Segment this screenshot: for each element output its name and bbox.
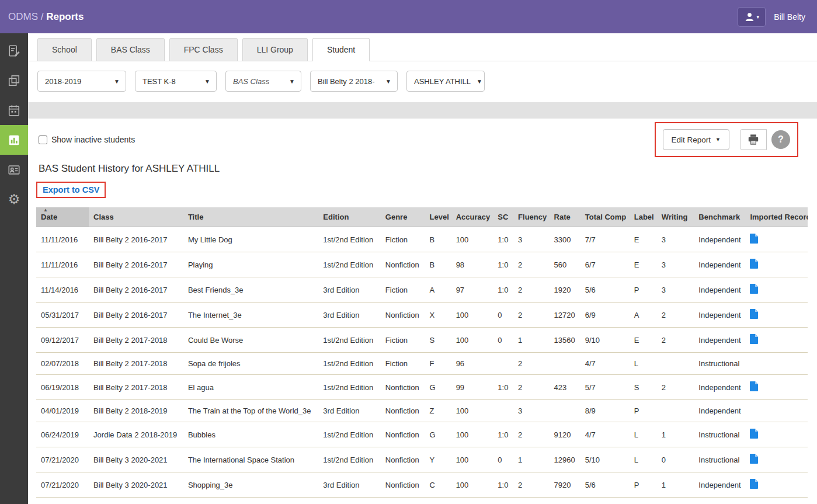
school-value: TEST K-8 [142, 77, 176, 86]
cell-fluency: 2 [513, 472, 549, 498]
cell-title: Best Friends [183, 498, 318, 504]
cell-genre: Fiction [381, 227, 425, 252]
imported-record-document-icon[interactable] [750, 309, 758, 319]
sidebar-item-students[interactable] [0, 155, 28, 185]
class-type-select[interactable]: BAS Class ▼ [225, 71, 301, 92]
cell-label: P [630, 472, 657, 498]
sidebar-item-reports[interactable] [0, 125, 28, 155]
sidebar-item-classes[interactable] [0, 65, 28, 95]
cell-label: E [630, 328, 657, 353]
sidebar-item-assessments[interactable] [0, 36, 28, 65]
tab-fpc-class[interactable]: FPC Class [169, 38, 238, 61]
cell-writing: 0 [657, 447, 694, 472]
tab-bas-class[interactable]: BAS Class [96, 38, 165, 61]
cell-level: X [425, 303, 451, 328]
imported-record-document-icon[interactable] [750, 479, 758, 489]
cell-date: 11/11/2016 [36, 227, 89, 252]
cell-level: G [425, 422, 451, 447]
cell-level: A [425, 277, 451, 303]
col-header-writing[interactable]: Writing [657, 207, 694, 227]
col-header-level[interactable]: Level [425, 207, 451, 227]
col-header-class[interactable]: Class [89, 207, 183, 227]
sidebar-item-calendar[interactable] [0, 95, 28, 125]
col-header-genre[interactable]: Genre [381, 207, 425, 227]
cell-fluency: 2 [513, 303, 549, 328]
cell-sc: 1:0 [493, 375, 513, 400]
user-icon [745, 12, 755, 22]
print-button[interactable] [740, 129, 767, 150]
class-select[interactable]: Bill Belty 2 2018- ▼ [310, 71, 398, 92]
cell-class: Bill Belty 2 2016-2017 [89, 277, 183, 303]
cell-class: Bill Belty 2 2017-2018 [89, 353, 183, 375]
edit-report-button[interactable]: Edit Report ▼ [663, 129, 729, 150]
table-row: 04/01/2019 Bill Belty 2 2018-2019 The Tr… [36, 400, 808, 422]
col-header-label[interactable]: Label [630, 207, 657, 227]
cell-benchmark: Independent [694, 472, 745, 498]
cell-writing: 2 [657, 303, 694, 328]
cell-writing: 3 [657, 498, 694, 504]
cell-accuracy: 100 [451, 227, 493, 252]
cell-title: The International Space Station [183, 447, 318, 472]
sidebar-item-settings[interactable]: ⚙ [0, 185, 28, 214]
cell-fluency: 2 [513, 422, 549, 447]
cell-edition: 3rd Edition [318, 400, 380, 422]
cell-accuracy: 98 [451, 252, 493, 277]
cell-benchmark: Independent [694, 227, 745, 252]
student-select[interactable]: ASHLEY ATHILL ▼ [406, 71, 485, 92]
classes-icon [8, 74, 20, 87]
col-header-fluency[interactable]: Fluency [513, 207, 549, 227]
question-mark-icon: ? [778, 134, 784, 145]
tab-school[interactable]: School [37, 38, 92, 61]
cell-sc: 1:0 [493, 498, 513, 504]
user-menu-button[interactable]: ▾ [738, 7, 766, 27]
cell-date: 05/31/2017 [36, 303, 89, 328]
col-header-rate[interactable]: Rate [550, 207, 580, 227]
cell-edition: 1st/2nd Edition [318, 422, 380, 447]
cell-label: E [630, 498, 657, 504]
cell-label: A [630, 303, 657, 328]
col-header-benchmark[interactable]: Benchmark [694, 207, 745, 227]
tab-lli-group[interactable]: LLI Group [242, 38, 308, 61]
show-inactive-label: Show inactive students [51, 135, 135, 144]
cell-date: 02/07/2018 [36, 353, 89, 375]
school-select[interactable]: TEST K-8 ▼ [135, 71, 217, 92]
col-header-date[interactable]: ▲Date [36, 207, 89, 227]
col-header-accuracy[interactable]: Accuracy [451, 207, 493, 227]
cell-sc [493, 400, 513, 422]
col-header-total-comp[interactable]: Total Comp [580, 207, 630, 227]
imported-record-document-icon[interactable] [750, 334, 758, 344]
table-row: 07/21/2020 Bill Belty 3 2020-2021 The In… [36, 447, 808, 472]
help-button[interactable]: ? [771, 130, 790, 149]
imported-record-document-icon[interactable] [750, 259, 758, 269]
tab-student[interactable]: Student [312, 38, 370, 61]
cell-title: Bubbles [183, 422, 318, 447]
school-year-select[interactable]: 2018-2019 ▼ [37, 71, 126, 92]
cell-writing: 3 [657, 277, 694, 303]
imported-record-document-icon[interactable] [750, 381, 758, 391]
filter-bar: 2018-2019 ▼ TEST K-8 ▼ BAS Class ▼ Bill … [28, 61, 817, 102]
cell-class: Bill Belty 3 2020-2021 [89, 447, 183, 472]
show-inactive-checkbox[interactable] [39, 135, 47, 144]
cell-date: 04/01/2019 [36, 400, 89, 422]
table-row: 11/11/2016 Bill Belty 2 2016-2017 My Lit… [36, 227, 808, 252]
cell-imported-record [745, 252, 808, 277]
breadcrumb-app[interactable]: ODMS [8, 11, 38, 22]
chevron-down-icon: ▼ [289, 78, 295, 85]
cell-class: Bill Belty 2 2017-2018 [89, 328, 183, 353]
cell-genre: Nonfiction [381, 472, 425, 498]
imported-record-document-icon[interactable] [750, 429, 758, 439]
chevron-down-icon: ▼ [385, 78, 391, 85]
chevron-down-icon: ▼ [477, 78, 482, 85]
cell-genre: Nonfiction [381, 447, 425, 472]
col-header-imported-record[interactable]: Imported Record [745, 207, 808, 227]
col-header-edition[interactable]: Edition [318, 207, 380, 227]
imported-record-document-icon[interactable] [750, 234, 758, 244]
imported-record-document-icon[interactable] [750, 454, 758, 464]
table-row: 09/12/2017 Bill Belty 2 2017-2018 Could … [36, 328, 808, 353]
table-header: ▲Date Class Title Edition Genre Level Ac… [36, 207, 808, 227]
col-header-title[interactable]: Title [183, 207, 318, 227]
export-to-csv-link[interactable]: Export to CSV [43, 185, 99, 194]
col-header-sc[interactable]: SC [493, 207, 513, 227]
imported-record-document-icon[interactable] [750, 284, 758, 294]
cell-edition: 1st/2nd Edition [318, 498, 380, 504]
